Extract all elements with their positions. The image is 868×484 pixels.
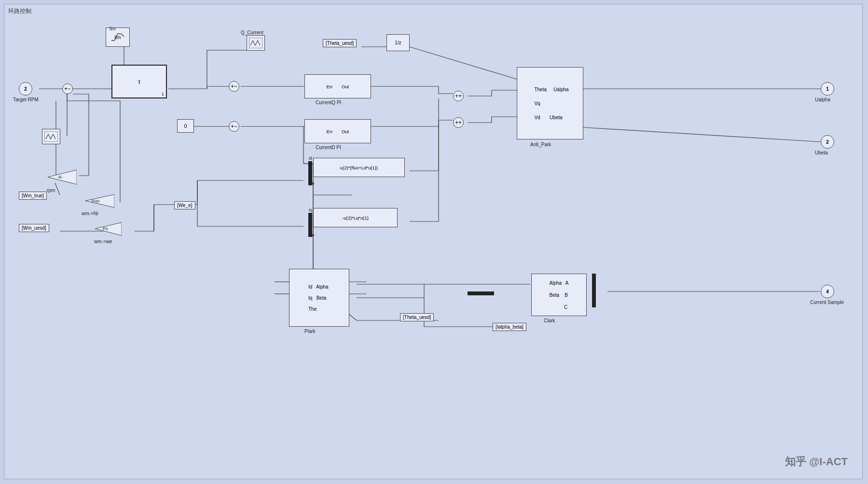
park-label: Plark (304, 329, 316, 334)
demux-bottom (468, 291, 494, 295)
port-ualpha-label: Ualpha (815, 97, 830, 102)
mux-id-we: id we (308, 161, 312, 185)
watermark: 知乎 @I-ACT (785, 455, 848, 469)
anti-park-block: Theta Ualpha Vq Vd Ubeta (517, 67, 583, 139)
scope-q-current (247, 35, 265, 51)
svg-line-7 (410, 47, 517, 79)
gain-pn-label: wm->we (94, 239, 112, 244)
sum-d-current-error: +− (229, 121, 239, 132)
port-ubeta-label: Ubeta (815, 150, 828, 155)
theta-uesd-tag2: [Theta_uesd] (400, 313, 434, 321)
clark-label: Clark (544, 318, 555, 323)
scope-q-label: Q_Current (241, 30, 263, 35)
fcn1-block: u(2)*(flux+Ld*u(1)) (313, 158, 405, 177)
svg-marker-31 (95, 222, 122, 235)
fcn2-block: -u(2)*Lq*u(1) (313, 208, 398, 227)
anti-park-label: Anti_Park (530, 142, 551, 147)
ialpha-beta-tag: [Ialpha_beta] (493, 323, 526, 331)
sum-q-current-error: +− (229, 81, 239, 92)
gain-30pi-label: wm->Nr (82, 211, 98, 216)
sum-vd: ++ (453, 117, 464, 128)
svg-text:30/pi: 30/pi (91, 199, 100, 203)
port-ualpha: 1 (821, 82, 834, 96)
wm-uesd-tag: [Wm_uesd] (19, 224, 49, 232)
gain-pn-block: Pn (95, 221, 122, 237)
port-target-rpm-label: Target RPM (13, 97, 39, 102)
mux-iq-we: iq we (308, 213, 312, 237)
svg-marker-29 (85, 194, 114, 207)
scope-speed-icon (44, 131, 58, 142)
lim-icon (110, 32, 125, 42)
currentq-pi-label: CurrentQ PI (316, 100, 341, 105)
scope-icon (249, 38, 262, 48)
currentd-pi-block: Err Out (304, 119, 371, 143)
svg-rect-26 (44, 131, 58, 142)
currentq-pi-block: Err Out (304, 74, 371, 98)
svg-text:Pn: Pn (103, 226, 108, 231)
sum-speed-error: +− (62, 83, 73, 94)
gain-k-block: -K- (48, 167, 77, 187)
simulink-canvas: 环路控制 (4, 4, 863, 479)
clark-block: Alpha A Beta B C (531, 274, 587, 316)
delay-1z-block: 1/z (386, 34, 410, 51)
port-target-rpm: 2 (19, 82, 32, 96)
mux-clark-abc (592, 274, 596, 307)
gain-k-label: rpm (47, 188, 55, 193)
port-ubeta: 2 (821, 135, 834, 149)
wm-true-tag: [Wm_true] (19, 192, 47, 200)
canvas-title: 环路控制 (8, 7, 31, 15)
port-current-sample-label: Current Sample (810, 300, 844, 305)
svg-line-9 (583, 127, 821, 142)
lim-label: lim (110, 26, 116, 31)
park-block: Id Alpha Iq Beta The (289, 269, 349, 327)
gain-30pi-block: 30/pi (85, 193, 114, 209)
scope-speed (42, 129, 60, 144)
svg-text:-K-: -K- (57, 175, 63, 180)
speed-pi-block: τ 1 (111, 65, 167, 98)
theta-uesd-tag1: [Theta_uesd] (323, 39, 357, 47)
sum-vq: ++ (453, 91, 464, 101)
currentd-pi-label: CurrentD PI (316, 145, 341, 150)
we-e-tag: [We_e] (174, 201, 195, 209)
const-zero-block: 0 (177, 119, 194, 133)
svg-rect-25 (249, 38, 262, 48)
port-current-sample: 4 (821, 285, 834, 298)
